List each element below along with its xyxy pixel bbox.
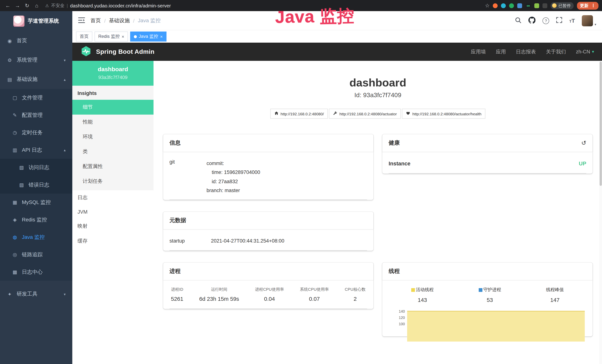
sba-item-jvm[interactable]: JVM	[72, 205, 153, 219]
legend-square-yellow-icon	[411, 288, 415, 292]
extension-icon-on-badge[interactable]: on	[526, 3, 531, 8]
back-icon[interactable]: ←	[4, 3, 12, 9]
stat-label: 进程ID	[171, 287, 183, 292]
extension-icon-drop[interactable]	[501, 3, 506, 8]
reload-icon[interactable]: ↻	[23, 3, 31, 9]
breadcrumb-infrastructure[interactable]: 基础设施	[109, 17, 130, 24]
help-icon[interactable]: ?	[542, 17, 549, 24]
sba-item-scheduled-tasks[interactable]: 计划任务	[72, 174, 153, 189]
tab-redis-monitor[interactable]: Redis 监控 ×	[95, 32, 128, 42]
file-icon: ▢	[12, 95, 18, 100]
health-url-link[interactable]: http://192.168.0.2:48080/actuator/health	[402, 109, 485, 119]
spring-boot-admin: Spring Boot Admin 应用墙 应用 日志报表 关于我们 zh-CN…	[72, 43, 602, 364]
sidebar-item-infrastructure[interactable]: ▤ 基础设施 ▴	[0, 70, 72, 89]
sidebar-item-label: 访问日志	[29, 164, 49, 171]
dev-tools-icon: ✦	[7, 291, 13, 297]
scrollbar-thumb[interactable]	[600, 62, 602, 186]
font-size-icon[interactable]: TT	[569, 17, 575, 24]
sidebar-item-access-log[interactable]: ▧ 访问日志	[0, 159, 72, 176]
process-stats-row: 进程ID 5261 运行时间 6d 23h 15m 59s	[170, 281, 367, 309]
header-actions: ? TT ▾	[515, 15, 596, 26]
sidebar-item-api-log[interactable]: ▥ API 日志 ▴	[0, 141, 72, 159]
sba-brand[interactable]: Spring Boot Admin	[96, 48, 154, 55]
sba-logo-icon[interactable]	[80, 45, 92, 58]
thread-stats-row: 活动线程 143 守护进程	[389, 281, 586, 304]
sba-item-metrics[interactable]: 性能	[72, 115, 153, 129]
redis-icon: ◈	[12, 217, 18, 223]
face-icon	[552, 3, 557, 8]
scrollbar-track[interactable]	[599, 61, 602, 364]
sidebar-item-system-management[interactable]: ⚙ 系统管理 ▾	[0, 50, 72, 70]
stat-label: 活动线程	[416, 287, 434, 293]
user-avatar[interactable]: ▾	[582, 15, 596, 26]
sidebar-item-mysql-monitor[interactable]: ▦ MySQL 监控	[0, 193, 72, 211]
stat-value: 53	[479, 297, 501, 303]
fullscreen-icon[interactable]	[556, 17, 562, 24]
sba-item-configprops[interactable]: 配置属性	[72, 159, 153, 174]
sba-sidebar: dashboard 93a3fc7f7409 Insights 细节 性能 环境…	[72, 61, 153, 364]
threads-chart: 140 120 100	[389, 310, 586, 336]
bookmark-star-icon[interactable]: ☆	[485, 3, 490, 9]
sba-nav-wall[interactable]: 应用墙	[471, 48, 486, 55]
sba-nav-about[interactable]: 关于我们	[546, 48, 566, 55]
close-icon[interactable]: ×	[160, 34, 163, 39]
breadcrumb-home[interactable]: 首页	[90, 17, 101, 24]
tab-java-monitor[interactable]: Java 监控 ×	[130, 32, 166, 42]
update-label: 更新	[580, 3, 589, 8]
tab-home[interactable]: 首页	[76, 32, 92, 42]
chevron-up-icon: ▴	[64, 148, 66, 152]
sba-item-classes[interactable]: 类	[72, 144, 153, 159]
hamburger-icon[interactable]	[78, 17, 85, 24]
sba-item-log[interactable]: 日志	[72, 190, 153, 205]
sidebar-item-label: 链路追踪	[22, 251, 43, 258]
stat-pid: 进程ID 5261	[171, 287, 183, 302]
sidebar-item-file-management[interactable]: ▢ 文件管理	[0, 89, 72, 107]
sidebar-item-log-center[interactable]: ▩ 日志中心	[0, 263, 72, 281]
link-label: http://192.168.0.2:48080/actuator/health	[412, 111, 481, 116]
sba-locale-select[interactable]: zh-CN ▾	[576, 49, 594, 54]
search-icon[interactable]	[515, 17, 521, 25]
sidebar-item-dev-tools[interactable]: ✦ 研发工具 ▾	[0, 284, 72, 304]
sba-nav-journal[interactable]: 日志报表	[516, 48, 536, 55]
sidebar-item-java-monitor[interactable]: ◍ Java 监控	[0, 228, 72, 246]
actuator-url-link[interactable]: http://192.168.0.2:48080/actuator	[329, 109, 401, 119]
sba-item-details[interactable]: 细节	[72, 100, 153, 115]
address-bar[interactable]: ⚠ 不安全 | dashboard.yudao.iocoder.cn/infra…	[45, 2, 171, 9]
metadata-value: 2021-04-27T00:44:31.254+08:00	[211, 238, 284, 244]
metadata-key: startup	[170, 238, 211, 244]
sba-item-caches[interactable]: 缓存	[72, 234, 153, 248]
update-browser-button[interactable]: 更新 ⋮	[577, 2, 599, 10]
sidebar-item-label: 文件管理	[22, 94, 43, 101]
extension-icon-orange[interactable]	[493, 3, 498, 8]
sidebar-item-config-management[interactable]: ✎ 配置管理	[0, 107, 72, 124]
history-icon[interactable]: ↺	[581, 139, 586, 147]
kebab-menu-icon[interactable]: ⋮	[591, 3, 595, 8]
github-icon[interactable]	[528, 17, 536, 25]
sidebar-item-scheduled-jobs[interactable]: ◷ 定时任务	[0, 124, 72, 141]
sidebar-item-error-log[interactable]: ▨ 错误日志	[0, 176, 72, 193]
sba-nav-applications[interactable]: 应用	[496, 48, 506, 55]
extension-icon-green-circle[interactable]	[509, 3, 514, 8]
stat-peak-threads: 线程峰值 147	[546, 287, 564, 303]
health-instance-row[interactable]: Instance UP	[389, 153, 586, 173]
service-url-link[interactable]: http://192.168.0.2:48080/	[270, 109, 328, 119]
sidebar-item-tracing[interactable]: ◎ 链路追踪	[0, 246, 72, 263]
stat-label: 系统CPU使用率	[300, 287, 329, 292]
sba-item-mappings[interactable]: 映射	[72, 219, 153, 234]
browser-home-icon[interactable]: ⌂	[33, 3, 41, 9]
extension-icon-dark-puzzle[interactable]	[542, 3, 547, 8]
card-title: 线程	[382, 263, 592, 280]
sba-item-environment[interactable]: 环境	[72, 129, 153, 144]
sidebar-item-redis-monitor[interactable]: ◈ Redis 监控	[0, 211, 72, 228]
sba-instance-block[interactable]: dashboard 93a3fc7f7409	[72, 61, 153, 86]
app-logo-row[interactable]: 芋道管理系统	[0, 11, 72, 31]
url-text: dashboard.yudao.iocoder.cn/infra/admin-s…	[70, 3, 171, 8]
extension-icon-leaf[interactable]	[534, 3, 539, 8]
stat-value: 0.07	[300, 296, 329, 302]
sidebar-item-home[interactable]: ◉ 首页	[0, 31, 72, 50]
forward-icon[interactable]: →	[13, 3, 22, 9]
paused-extension-badge[interactable]: 已暂停	[551, 2, 574, 9]
extension-icon-blue-grid[interactable]	[517, 3, 522, 8]
close-icon[interactable]: ×	[122, 34, 124, 39]
stat-value: 6d 23h 15m 59s	[199, 296, 239, 302]
